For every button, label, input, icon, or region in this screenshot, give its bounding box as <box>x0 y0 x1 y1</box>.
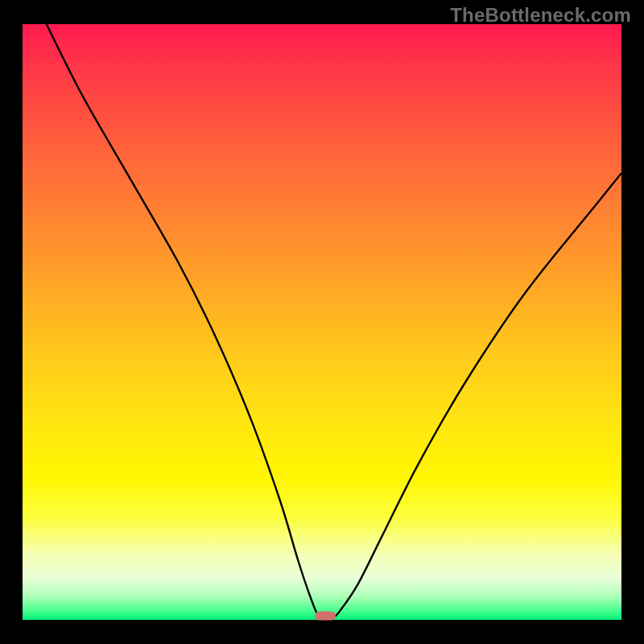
optimum-marker-icon <box>315 611 336 620</box>
bottleneck-curve <box>47 24 621 618</box>
plot-area <box>23 24 621 620</box>
watermark-text: TheBottleneck.com <box>450 4 631 27</box>
curve-svg <box>23 24 621 620</box>
chart-frame: { "watermark": "TheBottleneck.com", "cha… <box>0 0 644 644</box>
